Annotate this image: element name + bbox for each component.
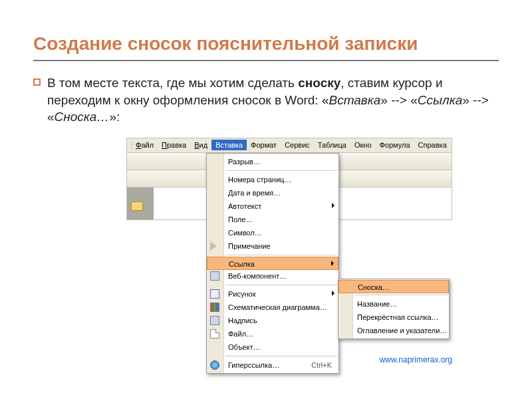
chevron-right-icon bbox=[331, 261, 334, 266]
menubar: ⋮ Файл Правка Вид Вставка Формат Сервис … bbox=[127, 138, 452, 153]
menu-separator bbox=[225, 356, 337, 356]
reference-submenu: Сноска…Название…Перекрёстная ссылка…Огла… bbox=[338, 279, 450, 339]
menu-separator bbox=[225, 170, 337, 171]
menu-formula[interactable]: Формула bbox=[376, 140, 414, 150]
menu-separator bbox=[225, 285, 337, 285]
menu-view[interactable]: Вид bbox=[190, 140, 211, 150]
submenu-item[interactable]: Оглавление и указатели… bbox=[338, 324, 449, 337]
insert-menu-item[interactable]: Автотекст bbox=[207, 200, 338, 213]
tag-icon bbox=[210, 241, 219, 251]
insert-menu-item[interactable]: Файл… bbox=[207, 327, 338, 340]
rect-icon bbox=[210, 316, 219, 325]
submenu-item[interactable]: Название… bbox=[338, 297, 449, 311]
insert-menu-item[interactable]: Гиперссылка…Ctrl+K bbox=[207, 358, 338, 372]
bullet-text: В том месте текста, где мы хотим сделать… bbox=[47, 74, 499, 126]
rect-icon bbox=[210, 271, 219, 281]
menu-separator bbox=[354, 295, 448, 295]
chart-icon bbox=[210, 303, 219, 312]
insert-menu-item[interactable]: Объект… bbox=[207, 340, 338, 354]
submenu-item[interactable]: Сноска… bbox=[338, 280, 449, 293]
menu-tools[interactable]: Сервис bbox=[281, 140, 314, 150]
insert-menu-item[interactable]: Поле… bbox=[207, 213, 338, 226]
insert-menu-item[interactable]: Номера страниц… bbox=[207, 173, 338, 186]
word-screenshot: ⋮ Файл Правка Вид Вставка Формат Сервис … bbox=[126, 138, 452, 220]
hotkey-label: Ctrl+K bbox=[311, 358, 332, 372]
insert-menu-item[interactable]: Разрыв… bbox=[207, 155, 338, 168]
insert-menu-item[interactable]: Дата и время… bbox=[207, 186, 338, 200]
menu-edit[interactable]: Правка bbox=[158, 140, 190, 150]
bullet-marker-icon bbox=[33, 78, 41, 86]
menu-help[interactable]: Справка bbox=[414, 140, 451, 150]
insert-menu-item[interactable]: Ссылка bbox=[207, 257, 338, 270]
insert-menu-item[interactable]: Примечание bbox=[207, 239, 338, 253]
insert-menu-item[interactable]: Надпись bbox=[207, 314, 338, 327]
menu-table[interactable]: Таблица bbox=[314, 140, 350, 150]
insert-menu-item[interactable]: Веб-компонент… bbox=[207, 269, 338, 283]
menu-separator bbox=[225, 255, 337, 255]
folder-icon bbox=[131, 201, 143, 211]
menu-insert[interactable]: Вставка bbox=[211, 140, 247, 150]
insert-menu-item[interactable]: Рисунок bbox=[207, 287, 338, 301]
title-underline bbox=[33, 60, 499, 61]
pic-icon bbox=[210, 289, 219, 299]
insert-menu-item[interactable]: Схематическая диаграмма… bbox=[207, 301, 338, 314]
insert-menu: Разрыв…Номера страниц…Дата и время…Автот… bbox=[206, 153, 339, 374]
submenu-item[interactable]: Перекрёстная ссылка… bbox=[338, 311, 449, 324]
bullet-item: В том месте текста, где мы хотим сделать… bbox=[33, 74, 499, 126]
menu-format[interactable]: Формат bbox=[247, 140, 281, 150]
chevron-right-icon bbox=[332, 203, 334, 208]
insert-menu-item[interactable]: Символ… bbox=[207, 226, 338, 239]
doc-icon bbox=[210, 329, 219, 338]
chevron-right-icon bbox=[332, 291, 334, 296]
source-url[interactable]: www.naprimerax.org bbox=[380, 355, 452, 364]
menu-window[interactable]: Окно bbox=[350, 140, 376, 150]
menu-file[interactable]: Файл bbox=[132, 140, 158, 150]
globe-icon bbox=[210, 360, 219, 370]
slide-title: Создание сносок пояснительной записки bbox=[33, 33, 499, 55]
